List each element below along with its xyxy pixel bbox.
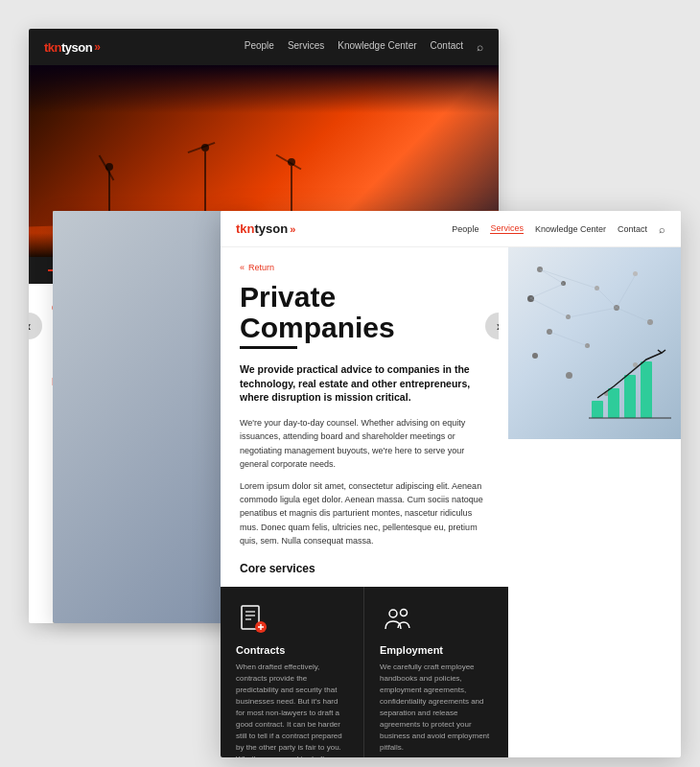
svg-line-19 [530, 284, 564, 298]
back-nav: tkntyson » People Services Knowledge Cen… [29, 29, 499, 65]
svg-line-23 [549, 332, 588, 346]
svg-line-20 [540, 269, 597, 289]
front-nav: tkntyson» People Services Knowledge Cent… [221, 211, 681, 247]
svg-line-18 [540, 269, 564, 284]
service-desc: We carefully craft employee handbooks an… [380, 662, 493, 754]
body-paragraph-2: Lorem ipsum dolor sit amet, consectetur … [240, 479, 489, 548]
svg-line-24 [617, 308, 650, 322]
svg-line-22 [569, 308, 617, 317]
nav-link-services[interactable]: Services [490, 223, 524, 234]
nav-link-contact[interactable]: Contact [431, 40, 463, 54]
svg-line-25 [597, 289, 617, 308]
core-services-title: Core services [240, 562, 489, 575]
return-arrows-icon: « [240, 263, 245, 272]
page-subtitle: We provide practical advice to companies… [240, 362, 489, 405]
nav-link-people[interactable]: People [452, 224, 478, 234]
logo-text: tkntyson» [236, 221, 295, 236]
core-services-section: Core services [240, 562, 489, 575]
nav-link-knowledge[interactable]: Knowledge Center [338, 40, 416, 54]
main-content: « Return Private Companies We provide pr… [221, 247, 508, 757]
return-link[interactable]: « Return [240, 263, 489, 272]
front-nav-links: People Services Knowledge Center Contact… [452, 223, 665, 235]
service-name: Contracts [236, 644, 348, 656]
back-logo: tkntyson » [44, 40, 101, 55]
svg-rect-30 [641, 361, 652, 418]
employment-icon [380, 602, 414, 637]
svg-line-26 [617, 274, 636, 308]
nav-link-people[interactable]: People [245, 40, 274, 54]
services-grid: Contracts When drafted effectively, cont… [221, 587, 508, 757]
page-title: Private Companies [240, 282, 489, 342]
front-body: « Return Private Companies We provide pr… [221, 247, 681, 757]
sidebar-image [508, 247, 681, 757]
search-icon[interactable]: ⌕ [477, 40, 483, 54]
svg-rect-27 [592, 401, 603, 418]
body-paragraph-1: We're your day-to-day counsel. Whether a… [240, 416, 489, 472]
title-underline [240, 346, 297, 349]
nav-link-contact[interactable]: Contact [618, 224, 647, 234]
nav-link-knowledge[interactable]: Knowledge Center [535, 224, 606, 234]
svg-point-8 [401, 609, 408, 616]
service-desc: When drafted effectively, contracts prov… [236, 662, 348, 757]
front-logo: tkntyson» [236, 221, 295, 236]
front-card: tkntyson» People Services Knowledge Cent… [221, 211, 681, 757]
back-nav-links: People Services Knowledge Center Contact… [245, 40, 483, 54]
service-item-employment: Employment We carefully craft employee h… [364, 587, 508, 757]
svg-point-7 [389, 610, 397, 617]
contracts-icon [236, 602, 270, 637]
svg-rect-28 [608, 388, 619, 418]
svg-line-21 [530, 298, 569, 317]
network-image [508, 247, 681, 439]
svg-rect-29 [624, 375, 636, 418]
service-item-contracts: Contracts When drafted effectively, cont… [221, 587, 364, 757]
logo-tkn: tkntyson [44, 40, 92, 55]
search-icon[interactable]: ⌕ [659, 223, 665, 235]
nav-link-services[interactable]: Services [288, 40, 324, 54]
logo-arrows-icon: » [94, 40, 101, 54]
service-name: Employment [380, 644, 493, 656]
